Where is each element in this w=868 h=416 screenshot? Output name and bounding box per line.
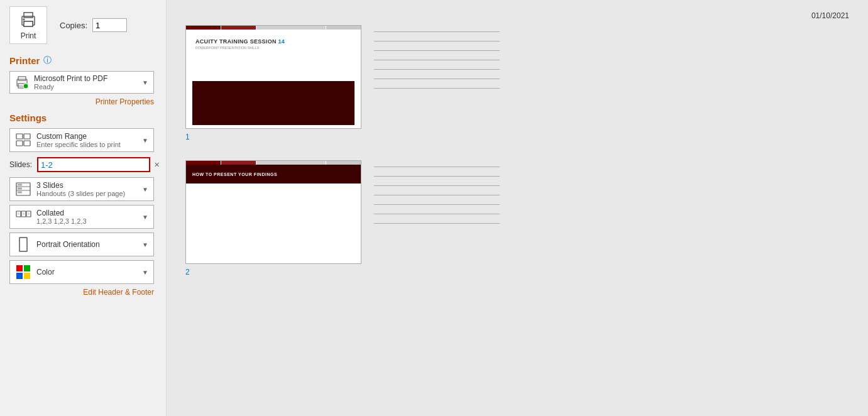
printer-info-icon[interactable]: ⓘ (43, 55, 52, 66)
note-line (374, 79, 500, 79)
edit-header-footer-link[interactable]: Edit Header & Footer (9, 288, 154, 297)
custom-range-icon (15, 132, 31, 148)
note-line (374, 41, 500, 41)
svg-rect-31 (16, 273, 23, 279)
handouts-arrow: ▼ (142, 186, 148, 193)
custom-range-label: Custom Range (36, 132, 137, 141)
note-line (374, 204, 500, 205)
svg-rect-9 (16, 134, 23, 139)
note-line (374, 176, 500, 177)
orientation-arrow: ▼ (142, 241, 148, 248)
collated-desc: 1,2,3 1,2,3 1,2,3 (36, 217, 137, 225)
printer-properties-link[interactable]: Printer Properties (9, 97, 154, 106)
svg-rect-21 (26, 211, 31, 217)
note-line (374, 60, 500, 60)
orientation-info: Portrait Orientation (36, 240, 137, 249)
color-arrow: ▼ (142, 269, 148, 276)
slide1-bar-mid (221, 26, 256, 30)
printer-status-icon (15, 75, 29, 89)
svg-rect-12 (24, 141, 30, 146)
slides-input[interactable] (37, 157, 150, 172)
printer-device-icon (15, 75, 29, 89)
slides-input-clear-icon[interactable]: ✕ (154, 161, 160, 169)
collated-arrow: ▼ (142, 214, 148, 221)
slides-range-icon (15, 132, 31, 148)
slide1-title-number: 14 (278, 38, 285, 45)
collated-info: Collated 1,2,3 1,2,3 1,2,3 (36, 209, 137, 225)
preview-pages: ACUITY TRAINING SESSION 14 POWERPOINT PR… (185, 25, 849, 276)
slide1-bar-light (256, 26, 326, 30)
slide1-dark-box (192, 81, 354, 125)
note-line (374, 223, 500, 224)
printer-info: Microsoft Print to PDF Ready (34, 74, 137, 90)
note-lines-1 (374, 25, 500, 89)
print-icon (18, 10, 38, 30)
slide1-top-bar (186, 26, 361, 30)
left-panel: Print Copies: 1 Printer ⓘ Microsoft Prin… (0, 0, 167, 416)
note-line (374, 195, 500, 195)
slide-thumb-container-2: HOW TO PRESENT YOUR FINDINGS 2 (185, 160, 361, 276)
handouts-info: 3 Slides Handouts (3 slides per page) (36, 181, 137, 197)
right-panel: 01/10/2021 ACUITY TRAINING SESSION (167, 0, 868, 416)
preview-date: 01/10/2021 (811, 11, 849, 20)
print-button[interactable]: Print (9, 6, 47, 44)
printer-dropdown[interactable]: Microsoft Print to PDF Ready ▼ (9, 71, 154, 94)
preview-page-2: HOW TO PRESENT YOUR FINDINGS 2 (185, 160, 849, 276)
printer-name: Microsoft Print to PDF (34, 74, 137, 83)
slide-number-2: 2 (185, 266, 190, 276)
svg-rect-29 (16, 265, 23, 271)
slide1-title: ACUITY TRAINING SESSION 14 (195, 38, 285, 45)
color-icon (15, 264, 31, 280)
note-line (374, 69, 500, 70)
custom-range-arrow: ▼ (142, 137, 148, 144)
note-line (374, 31, 500, 32)
settings-section-title: Settings (9, 112, 157, 123)
collate-layout-icon (15, 209, 31, 225)
slides-label: Slides: (9, 160, 33, 169)
custom-range-dropdown[interactable]: Custom Range Enter specific slides to pr… (9, 128, 154, 152)
printer-status: Ready (34, 83, 137, 90)
color-label: Color (36, 268, 137, 276)
note-line (374, 88, 500, 89)
orientation-icon (15, 236, 31, 253)
svg-rect-32 (24, 273, 30, 279)
svg-rect-1 (24, 13, 33, 18)
slide2-dark-header: HOW TO PRESENT YOUR FINDINGS (186, 165, 361, 183)
svg-point-4 (23, 19, 25, 21)
svg-point-8 (23, 84, 28, 89)
copies-section: Copies: 1 (60, 18, 127, 32)
slides-input-row: Slides: ✕ (9, 157, 157, 172)
slide2-header-text: HOW TO PRESENT YOUR FINDINGS (192, 172, 277, 177)
svg-rect-28 (19, 238, 27, 251)
color-swatch-icon (15, 264, 31, 280)
color-info: Color (36, 268, 137, 276)
slide1-title-area: ACUITY TRAINING SESSION 14 POWERPOINT PR… (195, 38, 285, 50)
handouts-dropdown[interactable]: 3 Slides Handouts (3 slides per page) ▼ (9, 177, 154, 201)
slide1-bar-dark (186, 26, 221, 30)
color-dropdown[interactable]: Color ▼ (9, 260, 154, 284)
printer-section-title: Printer (9, 55, 40, 66)
note-line (374, 214, 500, 214)
copies-input[interactable]: 1 (92, 18, 127, 32)
orientation-label: Portrait Orientation (36, 240, 137, 249)
svg-rect-10 (24, 134, 30, 139)
svg-rect-11 (16, 141, 23, 146)
handouts-layout-icon (15, 181, 31, 197)
copies-label: Copies: (60, 21, 87, 30)
slide1-subtitle: POWERPOINT PRESENTATION SKILLS (195, 46, 285, 50)
print-label: Print (21, 31, 36, 40)
custom-range-desc: Enter specific slides to print (36, 141, 137, 148)
printer-section-header: Printer ⓘ (9, 53, 157, 67)
note-line (374, 50, 500, 51)
collated-dropdown[interactable]: Collated 1,2,3 1,2,3 1,2,3 ▼ (9, 205, 154, 229)
orientation-dropdown[interactable]: Portrait Orientation ▼ (9, 233, 154, 256)
svg-rect-20 (21, 211, 26, 217)
slide-number-1: 1 (185, 131, 190, 141)
svg-rect-19 (16, 211, 21, 217)
handouts-label: 3 Slides (36, 181, 137, 190)
collated-label: Collated (36, 209, 137, 217)
collate-icon (15, 209, 31, 225)
note-line (374, 167, 500, 167)
slide-thumb-container-1: ACUITY TRAINING SESSION 14 POWERPOINT PR… (185, 25, 361, 141)
handouts-desc: Handouts (3 slides per page) (36, 190, 137, 197)
